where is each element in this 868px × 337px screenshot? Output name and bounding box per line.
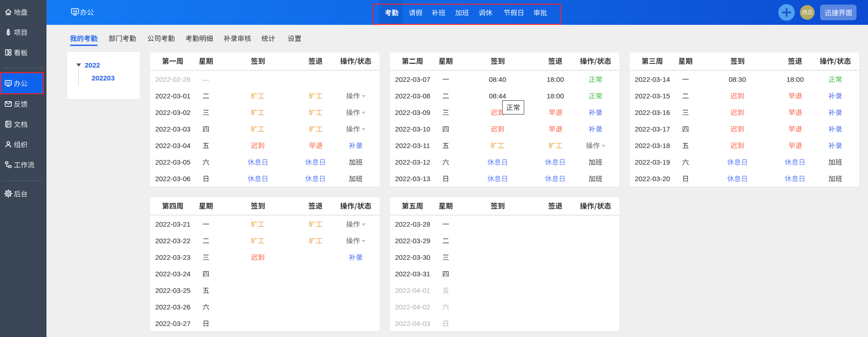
svg-text:OA: OA bbox=[6, 81, 11, 84]
svg-text:OA: OA bbox=[73, 10, 77, 13]
